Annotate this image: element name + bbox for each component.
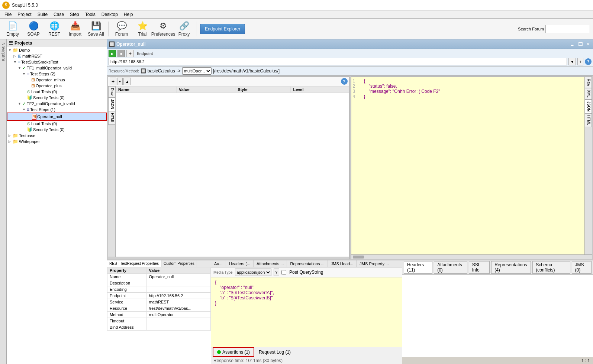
props-table-row[interactable]: Timeout bbox=[107, 318, 211, 324]
tab-jms-0[interactable]: JMS (0) bbox=[572, 261, 592, 274]
sidebar-label-testbase: Testbase bbox=[19, 133, 35, 138]
endpoint-explorer-button[interactable]: Endpoint Explorer bbox=[200, 24, 245, 34]
props-table-row[interactable]: Encoding bbox=[107, 286, 211, 293]
stop-button[interactable]: ■ bbox=[117, 50, 125, 57]
tab-jms-property[interactable]: JMS Property ... bbox=[357, 260, 392, 267]
resp-line-4: 4 } bbox=[353, 94, 583, 99]
toolbar-proxy[interactable]: 🔗 Proxy bbox=[174, 20, 194, 38]
menu-case[interactable]: Case bbox=[51, 11, 67, 18]
tab-attachments[interactable]: Attachments ... bbox=[254, 260, 287, 267]
maximize-btn[interactable]: 🗖 bbox=[577, 41, 584, 48]
props-table-row[interactable]: ServicemathREST bbox=[107, 299, 211, 305]
resp-tab-json[interactable]: JSON bbox=[585, 100, 592, 113]
sidebar-item-tf1[interactable]: ▼ ✓ TF1_multiOperator_valid bbox=[7, 65, 107, 71]
sidebar-item-steps-2[interactable]: ▼ ≡ Test Steps (1) bbox=[7, 107, 107, 113]
req-json-line5: } bbox=[215, 300, 398, 306]
menu-suite[interactable]: Suite bbox=[35, 11, 51, 18]
sidebar-item-mathrest[interactable]: ▷ ⊞ mathREST bbox=[7, 53, 107, 59]
props-table-row[interactable]: Resource/rest/dev/math/v1/bas... bbox=[107, 305, 211, 312]
navigator-tab[interactable]: Navigator bbox=[0, 39, 7, 364]
sidebar-item-securitytests-1[interactable]: 🔰 Security Tests (0) bbox=[7, 95, 107, 101]
props-table-row[interactable]: NameOperator_null bbox=[107, 274, 211, 280]
cursor-position: 1 : 1 bbox=[581, 358, 590, 363]
req-tab-json[interactable]: JSON bbox=[108, 97, 115, 111]
assertions-tab[interactable]: Assertions (1) bbox=[213, 347, 254, 357]
steps-icon-1: ≡ bbox=[27, 71, 29, 77]
menu-help[interactable]: Help bbox=[121, 11, 136, 18]
req-tab-html[interactable]: HTML bbox=[108, 111, 115, 125]
help-button[interactable]: ? bbox=[585, 58, 592, 65]
sidebar-item-operator-null[interactable]: ⊞ Operator_null bbox=[7, 113, 107, 121]
toolbar-preferences[interactable]: ⚙ Preferences bbox=[154, 20, 173, 38]
resp-line-2: 2 "status": false, bbox=[353, 84, 583, 89]
props-table-row[interactable]: Bind Address bbox=[107, 324, 211, 331]
params-filter-btn[interactable]: ▾ bbox=[117, 78, 123, 85]
tab-auth[interactable]: Au... bbox=[211, 260, 226, 267]
media-type-select[interactable]: application/json bbox=[235, 269, 271, 276]
run-button[interactable]: ▶ bbox=[109, 50, 116, 57]
toolbar-import[interactable]: 📥 Import bbox=[65, 20, 85, 38]
req-tab-raw[interactable]: Raw bbox=[108, 86, 115, 97]
sidebar-item-operator-minus[interactable]: ⊞ Operator_minus bbox=[7, 77, 107, 83]
minimize-btn[interactable]: 🗕 bbox=[568, 41, 576, 48]
sidebar-item-testbase[interactable]: ▷ 📁 Testbase bbox=[7, 133, 107, 139]
sidebar-item-tf2[interactable]: ▼ ✓ TF2_multiOperator_invalid bbox=[7, 101, 107, 107]
close-btn[interactable]: ✕ bbox=[585, 41, 592, 48]
endpoint-add-btn[interactable]: + bbox=[577, 58, 583, 65]
props-table-row[interactable]: Description bbox=[107, 280, 211, 286]
tab-custom-properties[interactable]: Custom Properties bbox=[161, 260, 197, 267]
tab-headers-11[interactable]: Headers (11) bbox=[404, 261, 432, 274]
step-icon-plus: ⊞ bbox=[31, 83, 35, 88]
sidebar-item-testsuitesmoketest[interactable]: ▼ ≡ TestSuiteSmokeTest bbox=[7, 59, 107, 65]
resp-scrollbar[interactable] bbox=[351, 254, 592, 259]
menu-tools[interactable]: Tools bbox=[82, 11, 99, 18]
tab-attachments-0[interactable]: Attachments (0) bbox=[434, 261, 467, 274]
toolbar-soap[interactable]: 🔵 SOAP bbox=[24, 20, 43, 38]
sidebar-item-whitepaper[interactable]: ▷ 📁 Whitepaper bbox=[7, 139, 107, 144]
media-type-info-btn[interactable]: ? bbox=[274, 269, 280, 276]
sidebar-item-steps-1[interactable]: ▼ ≡ Test Steps (2) bbox=[7, 71, 107, 77]
tab-rest-properties[interactable]: REST TestRequest Properties bbox=[107, 260, 161, 267]
req-json-body[interactable]: { "operator" : "null", "a" : "${#TestCas… bbox=[211, 277, 402, 347]
tab-schema-conflicts[interactable]: Schema (conflicts) bbox=[532, 261, 570, 274]
method-select[interactable]: multiOper... bbox=[182, 67, 212, 75]
add-assertion-button[interactable]: + bbox=[126, 50, 134, 57]
props-table-row[interactable]: MethodmultiOperator bbox=[107, 312, 211, 318]
menu-project[interactable]: Project bbox=[14, 11, 34, 18]
toolbar-save-all[interactable]: 💾 Save All bbox=[86, 20, 106, 38]
tab-headers[interactable]: Headers (... bbox=[226, 260, 254, 267]
resp-tab-xml[interactable]: XML bbox=[585, 88, 592, 100]
resp-tab-raw[interactable]: Raw bbox=[585, 77, 592, 88]
endpoint-dropdown[interactable]: ▼ bbox=[568, 58, 576, 65]
menu-desktop[interactable]: Desktop bbox=[99, 11, 121, 18]
props-table-row[interactable]: Endpointhttp://192.168.56.2 bbox=[107, 293, 211, 299]
tab-representations[interactable]: Representations ... bbox=[287, 260, 328, 267]
tab-jms-head[interactable]: JMS Head... bbox=[328, 260, 357, 267]
request-log-tab[interactable]: Request Log (1) bbox=[254, 347, 295, 357]
app-logo: S bbox=[2, 1, 10, 9]
params-help-btn[interactable]: ? bbox=[341, 78, 348, 85]
sidebar-item-securitytests-2[interactable]: 🔰 Security Tests (0) bbox=[7, 127, 107, 133]
params-add-btn[interactable]: + bbox=[110, 78, 116, 85]
params-up-btn[interactable]: ▲ bbox=[123, 78, 131, 85]
post-querystring-checkbox[interactable] bbox=[281, 270, 286, 275]
menu-step[interactable]: Step bbox=[67, 11, 82, 18]
chevron-down-icon-tf2: ▼ bbox=[18, 102, 22, 105]
sidebar-item-loadtests-2[interactable]: ⊙ Load Tests (0) bbox=[7, 121, 107, 127]
resp-tab-html[interactable]: HTML bbox=[585, 113, 592, 127]
toolbar-empty[interactable]: 📄 Empty bbox=[3, 20, 22, 38]
req-json-line4: "b" : "${#TestCase#wertB}" bbox=[215, 295, 398, 300]
toolbar-rest[interactable]: 🌐 REST bbox=[45, 20, 64, 38]
status-bar-right: 1 : 1 bbox=[402, 357, 593, 364]
endpoint-input[interactable]: http://192.168.56.2 bbox=[109, 58, 567, 65]
toolbar-trial[interactable]: ⭐ Trial bbox=[133, 20, 152, 38]
resize-handle[interactable] bbox=[108, 257, 349, 259]
sidebar-item-operator-plus[interactable]: ⊞ Operator_plus bbox=[7, 83, 107, 89]
toolbar-forum[interactable]: 💬 Forum bbox=[112, 20, 131, 38]
sidebar-item-loadtests-1[interactable]: ⊙ Load Tests (0) bbox=[7, 89, 107, 95]
tab-ssl-info[interactable]: SSL Info bbox=[469, 261, 490, 274]
tab-representations-4[interactable]: Representations (4) bbox=[491, 261, 531, 274]
search-forum-input[interactable] bbox=[545, 25, 590, 33]
sidebar-item-demo[interactable]: ▼ 📁 Demo bbox=[7, 47, 107, 53]
menu-file[interactable]: File bbox=[1, 11, 14, 18]
